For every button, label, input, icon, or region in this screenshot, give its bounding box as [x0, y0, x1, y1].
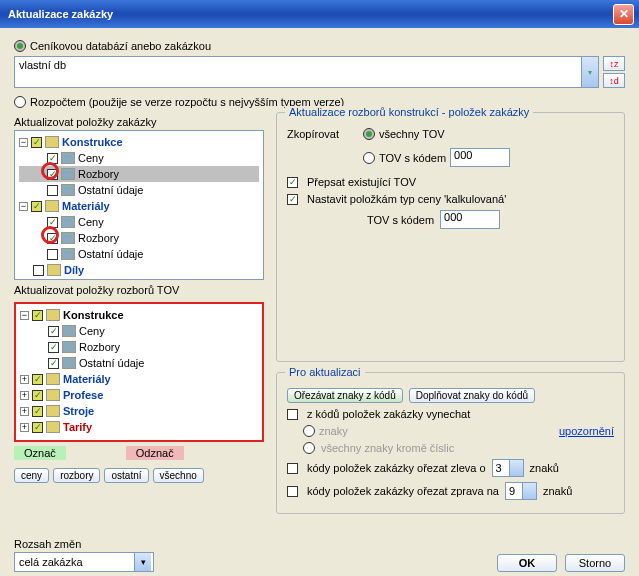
folder-icon [46, 373, 60, 385]
lbl-zkopirovat: Zkopírovat [287, 128, 357, 140]
check-t-konstrukce[interactable] [32, 310, 43, 321]
input-kod1[interactable]: 000 [450, 148, 510, 167]
folder-icon [46, 421, 60, 433]
lbl-tov-skodem: TOV s kódem [379, 152, 446, 164]
folder-icon [45, 136, 59, 148]
check-t-tarify[interactable] [32, 422, 43, 433]
check-ostatni[interactable] [47, 185, 58, 196]
tnode-konstrukce[interactable]: Konstrukce [63, 309, 124, 321]
node-ostatni2[interactable]: Ostatní údaje [78, 248, 143, 260]
titlebar: Aktualizace zakázky ✕ [0, 0, 639, 28]
item-icon [61, 216, 75, 228]
radio-tov-skodem[interactable] [363, 152, 375, 164]
ok-button[interactable]: OK [497, 554, 557, 572]
spin-zleva[interactable]: 3 [492, 459, 524, 477]
node-konstrukce[interactable]: Konstrukce [62, 136, 123, 148]
window-title: Aktualizace zakázky [8, 8, 113, 20]
radio-vkrome [303, 442, 315, 454]
btn-doplnovat[interactable]: Doplňovat znaky do kódů [409, 388, 535, 403]
check-t-ceny[interactable] [48, 326, 59, 337]
lbl-nastavit: Nastavit položkám typ ceny 'kalkulovaná' [307, 193, 506, 205]
mark-odznac: Odznač [126, 446, 184, 460]
folder-icon [46, 405, 60, 417]
rozsah-value: celá zakázka [19, 556, 83, 568]
tnode-ceny[interactable]: Ceny [79, 325, 105, 337]
expand-icon[interactable]: + [20, 407, 29, 416]
folder-icon [46, 389, 60, 401]
tree-tov[interactable]: −Konstrukce Ceny Rozbory Ostatní údaje +… [14, 302, 264, 442]
check-t-materialy[interactable] [32, 374, 43, 385]
lbl-vkrome: všechny znaky kromě číslic [321, 442, 454, 454]
lbl-znaky: znaky [319, 425, 348, 437]
node-rozbory2[interactable]: Rozbory [78, 232, 119, 244]
radio-cenikovou[interactable] [14, 40, 26, 52]
tnode-rozbory[interactable]: Rozbory [79, 341, 120, 353]
collapse-icon[interactable]: − [20, 311, 29, 320]
item-icon [61, 232, 75, 244]
lbl-tov-skodem2: TOV s kódem [367, 214, 434, 226]
proakt-title: Pro aktualizaci [285, 366, 365, 378]
node-ostatni[interactable]: Ostatní údaje [78, 184, 143, 196]
check-materialy[interactable] [31, 201, 42, 212]
radio-rozpoctem[interactable] [14, 96, 26, 108]
check-t-stroje[interactable] [32, 406, 43, 417]
mark-oznac: Označ [14, 446, 66, 460]
check-zleva[interactable] [287, 463, 298, 474]
check-t-profese[interactable] [32, 390, 43, 401]
check-dily[interactable] [33, 265, 44, 276]
tnode-profese[interactable]: Profese [63, 389, 103, 401]
item-icon [61, 184, 75, 196]
db-btn-2[interactable]: ↕d [603, 73, 625, 88]
node-materialy[interactable]: Materiály [62, 200, 110, 212]
btn-vsechno[interactable]: všechno [153, 468, 204, 483]
collapse-icon[interactable]: − [19, 202, 28, 211]
lbl-znaku2: znaků [543, 485, 572, 497]
btn-rozbory[interactable]: rozbory [53, 468, 100, 483]
node-rozbory[interactable]: Rozbory [78, 168, 119, 180]
expand-icon[interactable]: + [20, 423, 29, 432]
node-ceny[interactable]: Ceny [78, 152, 104, 164]
check-konstrukce[interactable] [31, 137, 42, 148]
item-icon [61, 168, 75, 180]
btn-ostatni[interactable]: ostatní [104, 468, 148, 483]
check-zprava[interactable] [287, 486, 298, 497]
tnode-ostatni[interactable]: Ostatní údaje [79, 357, 144, 369]
radio-cenikovou-label: Ceníkovou databází anebo zakázkou [30, 40, 211, 52]
item-icon [61, 248, 75, 260]
db-btn-1[interactable]: ↕z [603, 56, 625, 71]
check-nastavit[interactable] [287, 194, 298, 205]
storno-button[interactable]: Storno [565, 554, 625, 572]
highlight-circle-2 [41, 226, 59, 244]
db-select[interactable]: vlastní db ▾ [14, 56, 599, 88]
tnode-materialy[interactable]: Materiály [63, 373, 111, 385]
item-icon [62, 325, 76, 337]
close-icon[interactable]: ✕ [613, 4, 634, 25]
check-t-ostatni[interactable] [48, 358, 59, 369]
input-kod2[interactable]: 000 [440, 210, 500, 229]
check-t-rozbory[interactable] [48, 342, 59, 353]
radio-znaky [303, 425, 315, 437]
check-vynechat[interactable] [287, 409, 298, 420]
spin-zprava[interactable]: 9 [505, 482, 537, 500]
rozsah-select[interactable]: celá zakázka [14, 552, 154, 572]
tree2-label: Aktualizovat položky rozborů TOV [14, 284, 264, 296]
expand-icon[interactable]: + [20, 391, 29, 400]
item-icon [62, 341, 76, 353]
link-upozorneni[interactable]: upozornění [559, 425, 614, 437]
highlight-circle-1 [41, 162, 59, 180]
expand-icon[interactable]: + [20, 375, 29, 384]
node-dily[interactable]: Díly [64, 264, 84, 276]
collapse-icon[interactable]: − [19, 138, 28, 147]
btn-ceny[interactable]: ceny [14, 468, 49, 483]
tnode-tarify[interactable]: Tarify [63, 421, 92, 433]
radio-vsechny-tov[interactable] [363, 128, 375, 140]
tree-zakazky[interactable]: −Konstrukce Ceny Rozbory Ostatní údaje −… [14, 130, 264, 280]
chevron-down-icon[interactable]: ▾ [581, 57, 598, 87]
tnode-stroje[interactable]: Stroje [63, 405, 94, 417]
btn-orezavat[interactable]: Ořezávat znaky z kódů [287, 388, 403, 403]
check-ostatni2[interactable] [47, 249, 58, 260]
lbl-vynechat: z kódů položek zakázky vynechat [307, 408, 470, 420]
node-ceny2[interactable]: Ceny [78, 216, 104, 228]
check-prepsat[interactable] [287, 177, 298, 188]
rozsah-label: Rozsah změn [14, 538, 154, 550]
